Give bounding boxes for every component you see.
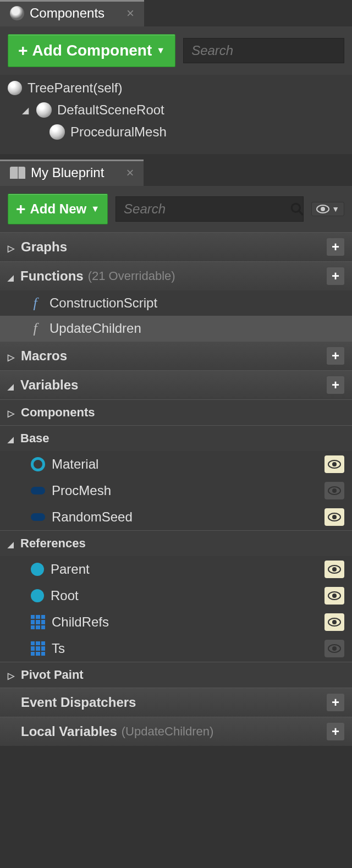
svg-point-19 <box>332 646 337 651</box>
tree-scene-root-row[interactable]: ◢ DefaultSceneRoot <box>0 99 352 121</box>
array-type-icon <box>31 641 45 656</box>
svg-point-17 <box>332 620 337 624</box>
close-icon[interactable]: × <box>127 6 134 21</box>
graphs-label: Graphs <box>21 239 67 255</box>
variable-root[interactable]: Root <box>0 583 352 609</box>
svg-point-9 <box>332 488 337 493</box>
var-category-components[interactable]: Components <box>0 399 352 425</box>
variable-parent[interactable]: Parent <box>0 556 352 583</box>
caret-down-icon: ▼ <box>156 46 165 56</box>
svg-point-5 <box>321 207 325 211</box>
components-search-input[interactable] <box>191 43 352 58</box>
function-icon: f <box>28 320 43 337</box>
visibility-toggle[interactable] <box>324 561 344 578</box>
myblueprint-search-input[interactable] <box>124 201 290 217</box>
svg-point-13 <box>332 567 337 572</box>
var-category-components-label: Components <box>21 405 95 420</box>
collapse-icon <box>8 536 16 551</box>
actor-icon <box>8 81 22 95</box>
add-component-label: Add Component <box>32 42 152 59</box>
add-new-label: Add New <box>30 201 87 217</box>
myblueprint-tab[interactable]: My Blueprint × <box>0 160 144 186</box>
var-category-references[interactable]: References <box>0 530 352 556</box>
add-function-button[interactable]: + <box>327 267 344 285</box>
event-dispatchers-label: Event Dispatchers <box>21 695 136 710</box>
local-variables-section-header[interactable]: Local Variables (UpdateChildren) + <box>0 717 352 746</box>
plus-icon: + <box>18 41 28 60</box>
variable-childrefs[interactable]: ChildRefs <box>0 609 352 635</box>
collapse-icon <box>8 431 16 446</box>
add-local-variable-button[interactable]: + <box>327 723 344 740</box>
gear-icon <box>10 6 24 20</box>
graphs-section-header[interactable]: Graphs + <box>0 232 352 261</box>
visibility-toggle[interactable] <box>324 587 344 605</box>
visibility-toggle[interactable] <box>324 508 344 526</box>
var-category-pivot-paint[interactable]: Pivot Paint <box>0 662 352 688</box>
functions-section-header[interactable]: Functions (21 Overridable) + <box>0 261 352 290</box>
caret-down-icon: ▼ <box>91 204 100 214</box>
add-dispatcher-button[interactable]: + <box>327 694 344 711</box>
visibility-toggle[interactable] <box>324 640 344 657</box>
material-type-icon <box>31 457 45 471</box>
myblueprint-tab-bar: My Blueprint × <box>0 160 352 186</box>
expand-icon <box>8 348 16 364</box>
expand-icon <box>8 239 16 255</box>
function-item-construction[interactable]: f ConstructionScript <box>0 290 352 316</box>
tree-child-label: ProceduralMesh <box>70 124 167 140</box>
variable-root-label: Root <box>51 588 79 603</box>
add-graph-button[interactable]: + <box>327 238 344 256</box>
visibility-toggle[interactable] <box>324 455 344 473</box>
svg-point-15 <box>332 594 337 598</box>
function-icon: f <box>28 295 43 311</box>
components-search[interactable] <box>183 38 344 63</box>
variable-randomseed[interactable]: RandomSeed <box>0 504 352 530</box>
svg-line-3 <box>299 211 303 215</box>
svg-point-7 <box>332 462 337 466</box>
variable-procmesh[interactable]: ProcMesh <box>0 477 352 504</box>
function-updatechildren-label: UpdateChildren <box>50 321 141 336</box>
variable-childrefs-label: ChildRefs <box>52 614 109 630</box>
local-variables-extra-label: (UpdateChildren) <box>122 724 214 739</box>
var-category-base-label: Base <box>20 431 50 446</box>
myblueprint-search[interactable] <box>116 196 304 222</box>
var-category-pivot-paint-label: Pivot Paint <box>21 668 84 682</box>
add-new-button[interactable]: + Add New ▼ <box>8 194 108 224</box>
scene-component-icon <box>36 102 52 118</box>
collapse-icon[interactable]: ◢ <box>22 105 31 116</box>
tree-scene-root-label: DefaultSceneRoot <box>57 102 164 118</box>
variables-section-header[interactable]: Variables + <box>0 370 352 399</box>
tree-child-row[interactable]: ProceduralMesh <box>0 121 352 143</box>
components-panel: Components × + Add Component ▼ TreeParen… <box>0 0 352 154</box>
svg-point-2 <box>292 204 300 212</box>
my-blueprint-panel: My Blueprint × + Add New ▼ ▼ Graphs + <box>0 160 352 746</box>
expand-icon <box>8 405 16 420</box>
var-category-references-label: References <box>20 536 86 551</box>
book-icon <box>10 167 25 179</box>
function-item-updatechildren[interactable]: f UpdateChildren <box>0 316 352 341</box>
add-component-button[interactable]: + Add Component ▼ <box>8 34 175 67</box>
add-macro-button[interactable]: + <box>327 347 344 365</box>
array-type-icon <box>31 615 45 629</box>
myblueprint-toolbar: + Add New ▼ ▼ <box>0 186 352 232</box>
var-category-base[interactable]: Base <box>0 425 352 451</box>
variable-ts[interactable]: Ts <box>0 635 352 662</box>
add-variable-button[interactable]: + <box>327 376 344 394</box>
object-type-icon <box>31 487 45 495</box>
variable-material[interactable]: Material <box>0 451 352 477</box>
variable-procmesh-label: ProcMesh <box>52 483 111 498</box>
components-toolbar: + Add Component ▼ <box>0 26 352 75</box>
components-tree: TreeParent(self) ◢ DefaultSceneRoot Proc… <box>0 75 352 154</box>
collapse-icon <box>8 377 16 393</box>
visibility-toggle[interactable] <box>324 482 344 499</box>
close-icon[interactable]: × <box>126 165 134 180</box>
tree-root-label: TreeParent(self) <box>28 80 123 96</box>
macros-section-header[interactable]: Macros + <box>0 341 352 370</box>
visibility-filter-button[interactable]: ▼ <box>311 202 344 216</box>
components-tab[interactable]: Components × <box>0 0 144 26</box>
visibility-toggle[interactable] <box>324 613 344 631</box>
eye-icon <box>316 205 329 213</box>
myblueprint-section-list: Graphs + Functions (21 Overridable) + f … <box>0 232 352 746</box>
tree-root-row[interactable]: TreeParent(self) <box>0 77 352 99</box>
event-dispatchers-section-header[interactable]: Event Dispatchers + <box>0 688 352 717</box>
object-type-icon <box>31 513 45 521</box>
